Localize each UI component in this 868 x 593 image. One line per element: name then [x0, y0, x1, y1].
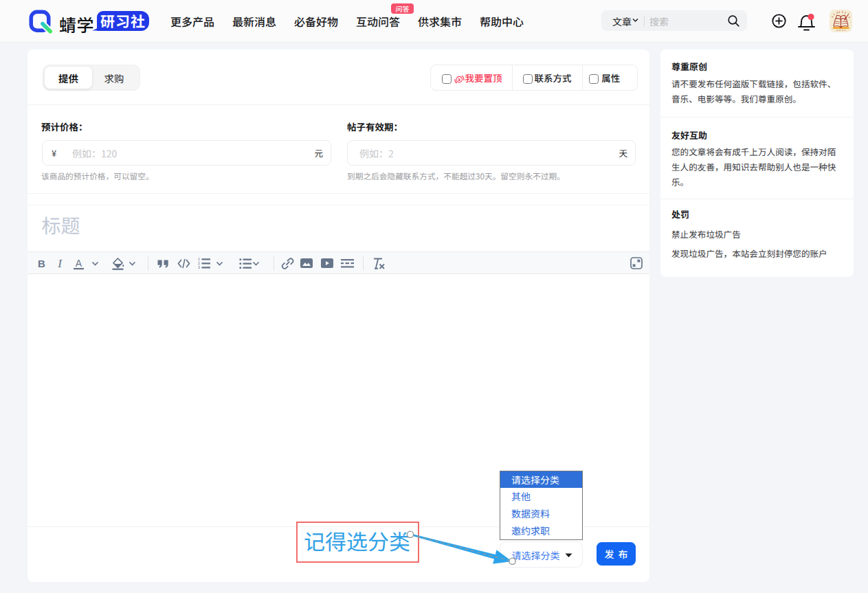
svg-text:3: 3 [198, 265, 200, 269]
